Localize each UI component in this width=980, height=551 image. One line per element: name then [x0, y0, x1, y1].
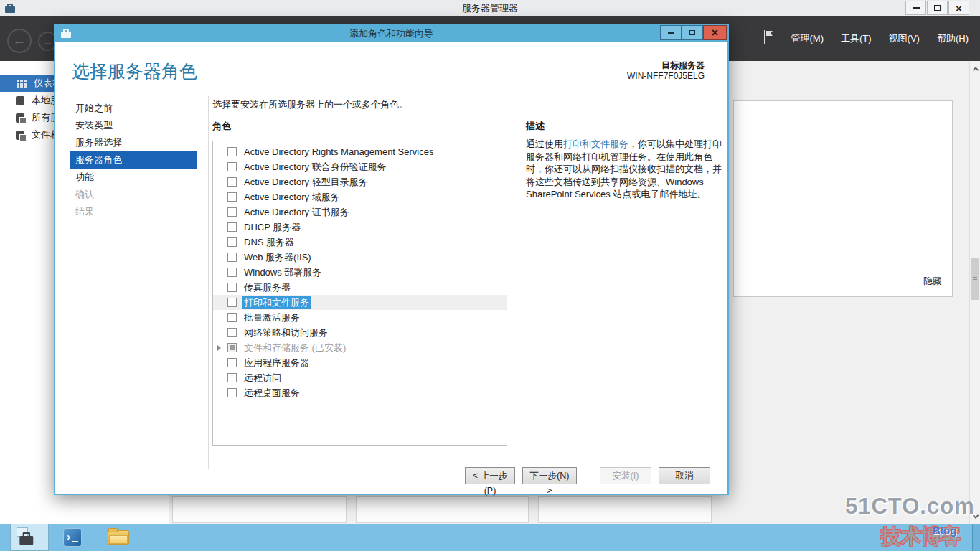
role-label: 打印和文件服务 [242, 296, 311, 309]
role-label: Active Directory 证书服务 [244, 206, 349, 219]
role-checkbox [227, 343, 237, 352]
role-item[interactable]: Active Directory 域服务 [213, 189, 507, 204]
cancel-button[interactable]: 取消 [659, 467, 710, 484]
role-label: 网络策略和访问服务 [244, 326, 328, 339]
role-label: DNS 服务器 [244, 236, 294, 249]
minimize-button[interactable] [905, 1, 926, 15]
role-item[interactable]: 应用程序服务器 [213, 355, 507, 370]
dialog-restore-button[interactable] [682, 25, 703, 40]
role-label: Web 服务器(IIS) [244, 251, 311, 264]
wizard-step-6: 结果 [70, 203, 197, 220]
role-label: Windows 部署服务 [244, 266, 321, 279]
install-button: 安装(I) [600, 467, 651, 484]
previous-button[interactable]: < 上一步(P) [465, 467, 515, 484]
role-checkbox[interactable] [227, 147, 237, 156]
role-item[interactable]: 打印和文件服务 [213, 295, 507, 310]
role-checkbox[interactable] [227, 388, 237, 397]
role-checkbox[interactable] [227, 283, 237, 292]
taskbar-explorer-icon[interactable] [108, 529, 129, 546]
target-server-name: WIN-NFF7F0J5ELG [627, 71, 705, 82]
hide-link[interactable]: 隐藏 [923, 275, 942, 288]
dashboard-divider [169, 495, 169, 524]
expand-arrow-icon[interactable] [217, 345, 221, 351]
role-item[interactable]: Active Directory Rights Management Servi… [213, 144, 507, 159]
description-text: 通过使用打印和文件服务，你可以集中处理打印服务器和网络打印机管理任务。在使用此角… [526, 138, 725, 201]
scroll-up-icon[interactable] [971, 62, 980, 75]
role-checkbox[interactable] [227, 268, 237, 277]
roles-listbox[interactable]: Active Directory Rights Management Servi… [212, 141, 507, 446]
page-title: 选择服务器角色 [72, 60, 197, 83]
role-item[interactable]: Web 服务器(IIS) [213, 250, 507, 265]
notifications-flag-icon[interactable] [763, 29, 774, 48]
role-item[interactable]: 远程访问 [213, 370, 507, 385]
role-label: 应用程序服务器 [244, 357, 309, 369]
role-checkbox[interactable] [227, 177, 237, 187]
role-item[interactable]: DNS 服务器 [213, 235, 507, 250]
role-label: 传真服务器 [244, 281, 291, 294]
scrollbar[interactable] [969, 61, 980, 524]
nav-divider [208, 96, 209, 469]
wizard-step-2[interactable]: 服务器选择 [70, 134, 197, 151]
wizard-step-1[interactable]: 安装类型 [70, 117, 197, 134]
role-item[interactable]: 传真服务器 [213, 280, 507, 295]
role-checkbox[interactable] [227, 358, 237, 367]
close-button[interactable]: × [948, 1, 969, 15]
role-item[interactable]: Windows 部署服务 [213, 265, 507, 280]
taskbar-server-manager-button[interactable] [10, 524, 49, 551]
role-item[interactable]: 文件和存储服务 (已安装) [213, 340, 507, 355]
notification-panel: 隐藏 [733, 100, 953, 297]
dashboard-tile [356, 496, 529, 523]
wizard-step-4[interactable]: 功能 [70, 169, 197, 186]
dialog-body: 选择服务器角色 目标服务器 WIN-NFF7F0J5ELG 开始之前安装类型服务… [54, 42, 729, 495]
role-checkbox[interactable] [227, 313, 237, 322]
toolbar-divider [745, 30, 745, 47]
dialog-minimize-button[interactable] [660, 25, 682, 40]
menubar-item-manage[interactable]: 管理(M) [791, 32, 824, 45]
dashboard-icon [16, 79, 27, 88]
role-item[interactable]: Active Directory 联合身份验证服务 [213, 159, 507, 174]
next-button[interactable]: 下一步(N) > [522, 467, 577, 484]
role-item[interactable]: 批量激活服务 [213, 310, 507, 325]
watermark-51cto: 51CTO.com [845, 494, 975, 519]
role-label: DHCP 服务器 [244, 221, 301, 234]
role-checkbox[interactable] [227, 298, 237, 307]
dialog-close-button[interactable]: × [703, 25, 727, 40]
role-checkbox[interactable] [227, 373, 237, 382]
toolbox-icon [19, 530, 34, 546]
role-checkbox[interactable] [227, 222, 237, 232]
desktop: 服务器管理器 × ← → 管理(M) 工具(T) 视图(V) [0, 0, 980, 551]
role-checkbox[interactable] [227, 253, 237, 262]
dialog-title: 添加角色和功能向导 [54, 27, 729, 40]
description-before: 通过使用 [526, 138, 563, 149]
role-item[interactable]: DHCP 服务器 [213, 220, 507, 235]
role-item[interactable]: Active Directory 证书服务 [213, 204, 507, 220]
role-checkbox[interactable] [227, 162, 237, 171]
menubar-item-view[interactable]: 视图(V) [889, 32, 920, 45]
role-checkbox[interactable] [227, 328, 237, 337]
wizard-step-3[interactable]: 服务器角色 [70, 151, 197, 169]
scroll-down-icon[interactable] [971, 510, 980, 522]
role-label: 远程访问 [244, 372, 281, 385]
role-checkbox[interactable] [227, 207, 237, 217]
window-title: 服务器管理器 [0, 2, 980, 15]
menubar-item-tools[interactable]: 工具(T) [841, 32, 872, 45]
menubar-item-help[interactable]: 帮助(H) [937, 32, 969, 45]
role-item[interactable]: 网络策略和访问服务 [213, 325, 507, 340]
role-label: Active Directory 轻型目录服务 [244, 176, 368, 189]
role-label: 远程桌面服务 [244, 387, 300, 400]
instruction-text: 选择要安装在所选服务器上的一个或多个角色。 [212, 98, 408, 111]
description-link[interactable]: 打印和文件服务 [563, 138, 628, 149]
scrollbar-thumb[interactable] [971, 258, 979, 300]
dashboard-tile [538, 496, 712, 523]
role-item[interactable]: 远程桌面服务 [213, 385, 507, 400]
wizard-step-0[interactable]: 开始之前 [70, 100, 197, 117]
taskbar-powershell-icon[interactable]: › [63, 528, 82, 547]
role-checkbox[interactable] [227, 237, 237, 247]
roles-header: 角色 [212, 120, 231, 133]
show-desktop-button[interactable] [972, 524, 980, 551]
dialog-titlebar: 添加角色和功能向导 × [54, 24, 729, 42]
role-item[interactable]: Active Directory 轻型目录服务 [213, 174, 507, 189]
role-checkbox[interactable] [227, 192, 237, 202]
back-icon[interactable]: ← [7, 29, 32, 53]
restore-button[interactable] [927, 1, 948, 15]
